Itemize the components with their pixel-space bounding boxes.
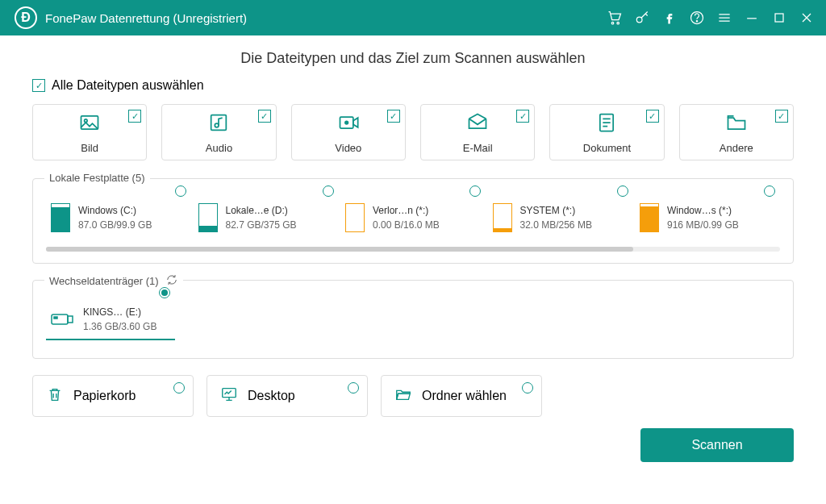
card-label: Bild (81, 142, 98, 154)
local-drive[interactable]: Windows (C:)87.0 GB/99.9 GB (46, 200, 191, 235)
local-drive[interactable]: Verlor…n (*:)0.00 B/16.0 MB (340, 200, 486, 235)
drives-scrollbar[interactable] (46, 247, 780, 252)
trash-icon (46, 385, 64, 406)
filetype-card-video[interactable]: ✓Video (291, 104, 406, 160)
drive-size: 1.36 GB/3.60 GB (83, 319, 156, 334)
card-label: E-Mail (463, 142, 493, 154)
drive-icon (198, 203, 218, 232)
maximize-button[interactable] (766, 5, 792, 31)
folder-icon (725, 111, 748, 137)
minimize-button[interactable] (739, 5, 765, 31)
card-label: Andere (720, 142, 753, 154)
key-icon[interactable] (629, 5, 655, 31)
place-radio[interactable] (522, 382, 533, 394)
document-icon (595, 111, 618, 137)
video-icon (337, 111, 360, 137)
card-label: Video (335, 142, 361, 154)
svg-point-1 (617, 22, 620, 23)
scan-button[interactable]: Scannen (640, 428, 794, 462)
svg-rect-5 (775, 14, 783, 22)
filetype-cards: ✓Bild ✓Audio ✓Video ✓E-Mail ✓Dokument ✓A… (32, 104, 794, 160)
drive-radio[interactable] (175, 185, 186, 197)
app-logo-icon: Ð (15, 6, 37, 29)
checkbox[interactable]: ✓ (775, 110, 788, 123)
place-radio[interactable] (348, 382, 359, 394)
checkbox[interactable]: ✓ (646, 110, 659, 123)
drive-name: Lokale…e (D:) (226, 203, 297, 218)
desktop-icon (220, 385, 238, 406)
svg-rect-15 (54, 317, 57, 319)
email-icon (466, 111, 489, 137)
drive-size: 87.0 GB/99.9 GB (78, 218, 152, 232)
drive-size: 0.00 B/16.0 MB (373, 218, 440, 232)
place-choose-folder[interactable]: Ordner wählen (381, 375, 542, 417)
removable-drives-group: Wechseldatenträger (1) KINGS… (E:)1.36 G… (32, 280, 794, 359)
facebook-icon[interactable] (657, 5, 682, 31)
place-label: Ordner wählen (422, 389, 507, 403)
filetype-card-email[interactable]: ✓E-Mail (420, 104, 535, 160)
drive-size: 82.7 GB/375 GB (226, 218, 297, 232)
svg-rect-13 (52, 314, 68, 324)
local-drive[interactable]: Lokale…e (D:)82.7 GB/375 GB (194, 200, 339, 235)
filetype-card-audio[interactable]: ✓Audio (161, 104, 276, 160)
checkbox[interactable]: ✓ (258, 110, 271, 123)
help-icon[interactable] (684, 5, 710, 31)
drive-radio[interactable] (617, 185, 628, 197)
drive-icon (493, 203, 512, 232)
removable-legend: Wechseldatenträger (1) (49, 275, 159, 287)
local-drives-legend: Lokale Festplatte (5) (44, 172, 150, 184)
drive-icon (51, 203, 70, 232)
local-drive[interactable]: SYSTEM (*:)32.0 MB/256 MB (488, 200, 633, 235)
checkbox[interactable]: ✓ (516, 110, 529, 123)
image-icon (78, 111, 101, 137)
cart-icon[interactable] (602, 5, 628, 31)
usb-icon (51, 311, 75, 327)
drive-name: Windows (C:) (78, 203, 152, 218)
audio-icon (207, 111, 230, 137)
drive-icon (640, 203, 659, 232)
drive-name: Verlor…n (*:) (373, 203, 440, 218)
place-label: Desktop (248, 389, 295, 403)
app-title: FonePaw Datenrettung (Unregistriert) (45, 11, 247, 25)
place-desktop[interactable]: Desktop (206, 375, 368, 417)
drive-radio[interactable] (764, 185, 775, 197)
drive-icon (345, 203, 365, 232)
local-drives-group: Lokale Festplatte (5) Windows (C:)87.0 G… (32, 178, 794, 264)
menu-icon[interactable] (711, 5, 737, 31)
svg-rect-14 (68, 316, 73, 323)
drive-size: 916 MB/0.99 GB (667, 218, 739, 232)
filetype-card-image[interactable]: ✓Bild (32, 104, 147, 160)
filetype-card-other[interactable]: ✓Andere (679, 104, 794, 160)
place-label: Papierkorb (73, 389, 136, 403)
drive-size: 32.0 MB/256 MB (520, 218, 592, 232)
drive-name: SYSTEM (*:) (520, 203, 592, 218)
places-row: Papierkorb Desktop Ordner wählen (32, 375, 794, 417)
filetype-card-document[interactable]: ✓Dokument (549, 104, 664, 160)
drive-radio[interactable] (469, 185, 481, 197)
place-recyclebin[interactable]: Papierkorb (32, 375, 194, 417)
svg-point-4 (696, 21, 697, 22)
checkbox[interactable]: ✓ (128, 110, 141, 123)
place-radio[interactable] (173, 382, 185, 394)
svg-point-2 (636, 17, 642, 23)
select-all-label: Alle Dateitypen auswählen (52, 78, 204, 93)
svg-point-11 (345, 121, 348, 124)
close-button[interactable] (794, 5, 820, 31)
select-all-row[interactable]: ✓ Alle Dateitypen auswählen (32, 78, 794, 93)
titlebar: Ð FonePaw Datenrettung (Unregistriert) (0, 0, 826, 35)
page-title: Die Dateitypen und das Ziel zum Scannen … (32, 50, 794, 67)
refresh-icon[interactable] (165, 273, 178, 289)
card-label: Dokument (583, 142, 631, 154)
drive-name: Window…s (*:) (667, 203, 739, 218)
folder-open-icon (394, 385, 412, 406)
card-label: Audio (206, 142, 232, 154)
select-all-checkbox[interactable]: ✓ (32, 79, 45, 92)
drive-name: KINGS… (E:) (83, 305, 156, 319)
removable-drive[interactable]: KINGS… (E:)1.36 GB/3.60 GB (46, 302, 175, 340)
checkbox[interactable]: ✓ (387, 110, 400, 123)
drive-radio[interactable] (323, 185, 334, 197)
svg-point-0 (611, 22, 614, 23)
drive-radio[interactable] (159, 287, 170, 298)
local-drive[interactable]: Window…s (*:)916 MB/0.99 GB (635, 200, 780, 235)
